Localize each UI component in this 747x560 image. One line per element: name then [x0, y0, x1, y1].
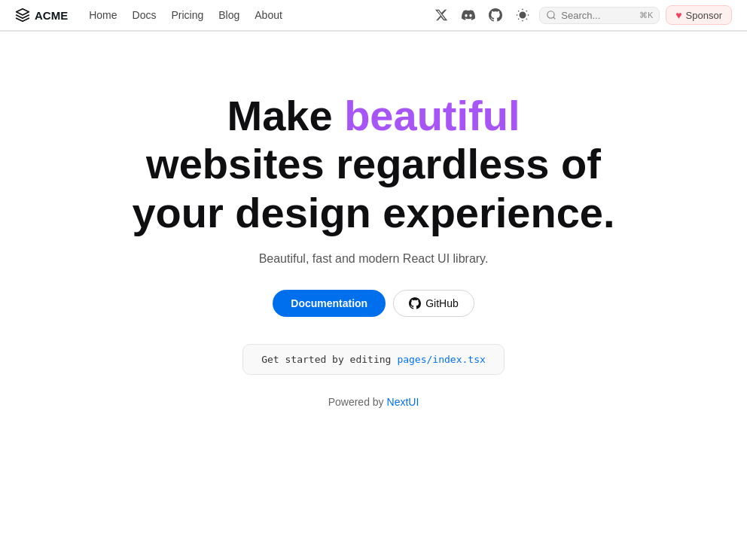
acme-logo-icon — [15, 8, 30, 23]
powered-by: Powered by NextUI — [328, 396, 419, 408]
hero-title: Make beautiful websites regardless of yo… — [132, 92, 614, 237]
svg-point-0 — [520, 12, 526, 18]
hero-title-part3: your design experience. — [132, 189, 614, 236]
search-icon — [546, 10, 556, 20]
nav-docs[interactable]: Docs — [127, 6, 163, 24]
nav-pricing[interactable]: Pricing — [165, 6, 209, 24]
code-prefix: Get started by editing — [261, 354, 391, 365]
github-btn-label: GitHub — [425, 297, 459, 309]
navbar-left: ACME Home Docs Pricing Blog About — [15, 6, 288, 24]
discord-icon[interactable] — [458, 5, 479, 26]
github-icon[interactable] — [485, 5, 506, 26]
documentation-button[interactable]: Documentation — [273, 290, 386, 317]
github-btn-icon — [409, 297, 421, 309]
brand-name: ACME — [35, 9, 68, 22]
code-snippet: Get started by editing pages/index.tsx — [242, 344, 505, 375]
navbar-right: ⌘K ♥ Sponsor — [431, 5, 732, 26]
nav-links: Home Docs Pricing Blog About — [83, 6, 288, 24]
hero-title-part1: Make — [227, 92, 345, 139]
nav-blog[interactable]: Blog — [212, 6, 245, 24]
nextui-link[interactable]: NextUI — [387, 396, 419, 408]
brand-logo-area[interactable]: ACME — [15, 8, 68, 23]
hero-section: Make beautiful websites regardless of yo… — [0, 32, 747, 438]
navbar: ACME Home Docs Pricing Blog About — [0, 0, 747, 31]
code-filename: pages/index.tsx — [397, 354, 485, 365]
search-box[interactable]: ⌘K — [539, 7, 660, 24]
sponsor-label: Sponsor — [686, 10, 722, 21]
hero-title-highlight: beautiful — [344, 92, 520, 139]
hero-title-part2: websites regardless of — [146, 140, 601, 187]
nav-about[interactable]: About — [248, 6, 288, 24]
theme-toggle-icon[interactable] — [512, 5, 533, 26]
sponsor-button[interactable]: ♥ Sponsor — [666, 5, 732, 25]
twitter-icon[interactable] — [431, 5, 452, 26]
hero-buttons: Documentation GitHub — [273, 290, 474, 317]
github-button[interactable]: GitHub — [393, 290, 474, 317]
heart-icon: ♥ — [675, 9, 681, 21]
nav-home[interactable]: Home — [83, 6, 123, 24]
powered-prefix: Powered by — [328, 396, 384, 408]
search-shortcut: ⌘K — [639, 11, 653, 20]
svg-point-1 — [547, 11, 554, 18]
hero-subtitle: Beautiful, fast and modern React UI libr… — [259, 252, 489, 266]
search-input[interactable] — [561, 10, 635, 21]
